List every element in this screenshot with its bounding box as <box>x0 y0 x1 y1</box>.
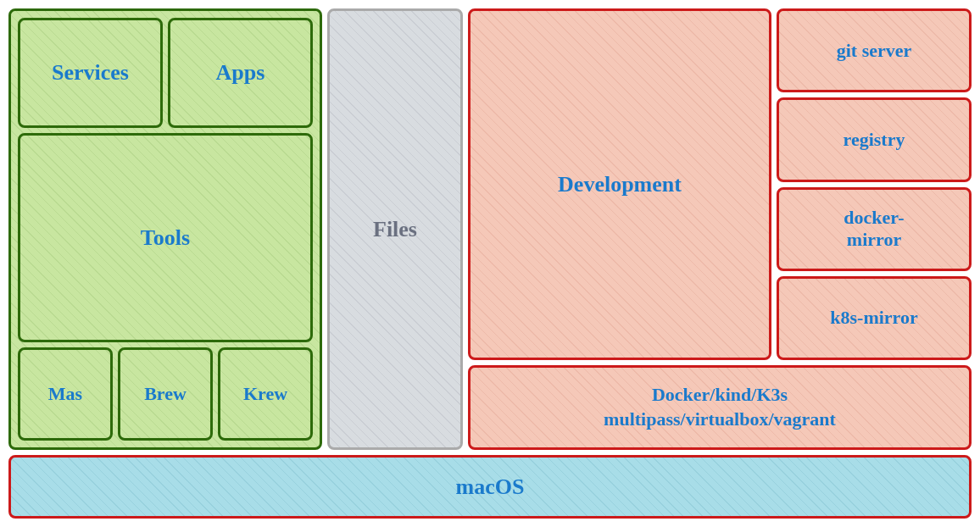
docker-kind-label: Docker/kind/K3s multipass/virtualbox/vag… <box>604 383 836 431</box>
registry-label: registry <box>844 129 905 151</box>
right-sidebar: git server registry docker- mirror k8s-m… <box>777 8 972 360</box>
right-top: Development git server registry docker- … <box>468 8 972 360</box>
brew-label: Brew <box>144 383 187 405</box>
git-server-label: git server <box>837 40 912 62</box>
services-box: Services <box>18 18 163 128</box>
docker-mirror-box: docker- mirror <box>777 187 972 271</box>
docker-kind-box: Docker/kind/K3s multipass/virtualbox/vag… <box>468 365 972 450</box>
k8s-mirror-box: k8s-mirror <box>777 276 972 360</box>
macos-label: macOS <box>456 474 525 500</box>
apps-label: Apps <box>216 60 265 86</box>
right-area: Development git server registry docker- … <box>468 8 972 450</box>
development-box: Development <box>468 8 771 360</box>
main-layout: Services Apps Tools Mas Brew <box>8 8 972 519</box>
tools-label: Tools <box>141 225 190 251</box>
git-server-box: git server <box>777 8 972 92</box>
development-label: Development <box>558 172 682 197</box>
diagram-container: Services Apps Tools Mas Brew <box>0 0 980 527</box>
mas-label: Mas <box>48 383 82 405</box>
apps-box: Apps <box>168 18 313 128</box>
top-area: Services Apps Tools Mas Brew <box>8 8 972 450</box>
tools-box: Tools <box>18 133 313 342</box>
krew-box: Krew <box>218 347 313 441</box>
registry-box: registry <box>777 97 972 181</box>
services-apps-row: Services Apps <box>18 18 313 128</box>
krew-label: Krew <box>243 383 287 405</box>
mas-box: Mas <box>18 347 113 441</box>
macos-bar: macOS <box>8 455 972 519</box>
files-col: Files <box>327 8 463 450</box>
docker-mirror-label: docker- mirror <box>844 207 904 251</box>
mas-brew-krew-row: Mas Brew Krew <box>18 347 313 441</box>
services-label: Services <box>52 60 129 86</box>
k8s-mirror-label: k8s-mirror <box>830 307 917 329</box>
files-label: Files <box>373 217 417 242</box>
brew-box: Brew <box>118 347 213 441</box>
left-column: Services Apps Tools Mas Brew <box>8 8 322 450</box>
